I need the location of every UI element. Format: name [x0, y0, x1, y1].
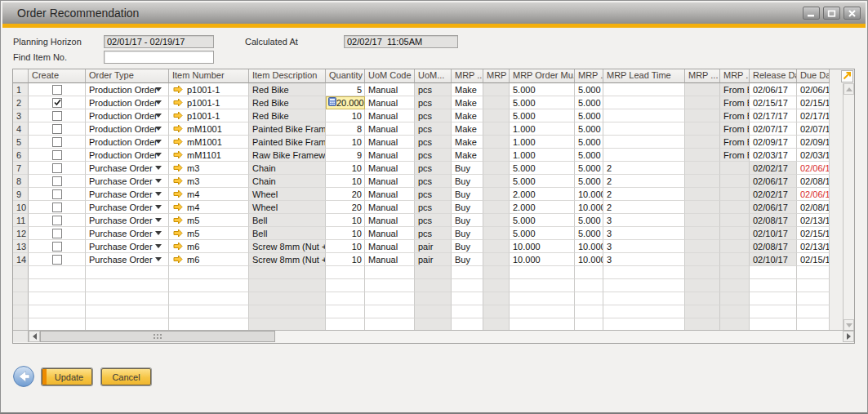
order_type-cell[interactable]: Purchase Order [86, 175, 169, 188]
row-number[interactable]: 10 [13, 201, 29, 214]
uom_code-cell[interactable]: Manual [365, 149, 415, 162]
back-button[interactable] [12, 365, 35, 388]
qty-cell[interactable]: 20 [326, 188, 365, 201]
uom_code-cell[interactable]: Manual [365, 188, 415, 201]
link-arrow-icon[interactable] [173, 176, 183, 188]
release-cell[interactable]: 02/15/17 [750, 96, 797, 109]
due-cell[interactable]: 02/13/17 [797, 214, 830, 227]
scroll-down-button[interactable] [844, 319, 854, 331]
item-cell[interactable]: mM1001 [169, 122, 249, 136]
qty-cell[interactable]: 5 [326, 83, 365, 96]
due-cell[interactable]: 02/09/17 [797, 136, 830, 149]
release-cell[interactable]: 02/09/17 [750, 136, 797, 149]
item-cell[interactable]: m5 [169, 227, 249, 240]
release-cell[interactable]: 02/17/17 [750, 109, 797, 122]
due-cell[interactable]: 02/06/17 [797, 162, 830, 175]
close-button[interactable] [844, 7, 861, 20]
dropdown-arrow-icon[interactable] [155, 257, 162, 261]
minimize-button[interactable] [803, 7, 820, 20]
create-checkbox[interactable] [52, 242, 62, 252]
row-number[interactable]: 5 [13, 136, 29, 149]
column-header-mrp4[interactable]: MRP ... [685, 69, 720, 83]
row-number[interactable]: 6 [13, 149, 29, 162]
link-arrow-icon[interactable] [173, 229, 183, 240]
dropdown-arrow-icon[interactable] [155, 153, 162, 157]
item-cell[interactable]: m6 [169, 240, 249, 253]
row-number[interactable]: 14 [13, 253, 29, 266]
create-checkbox[interactable] [52, 85, 62, 95]
row-number[interactable]: 4 [13, 122, 29, 136]
qty-cell[interactable]: 10 [326, 175, 365, 188]
scroll-right-button[interactable] [843, 331, 854, 342]
column-header-mrp2[interactable]: MRP ... [483, 69, 510, 83]
item-cell[interactable]: p1001-1 [169, 109, 249, 122]
qty-cell[interactable]: 8 [326, 122, 365, 136]
release-cell[interactable]: 02/06/17 [750, 83, 797, 96]
item-cell[interactable]: m3 [169, 175, 249, 188]
column-header-min_qty[interactable]: MRP ... [575, 69, 603, 83]
item-cell[interactable]: m3 [169, 162, 249, 175]
row-number[interactable]: 13 [13, 240, 29, 253]
dropdown-arrow-icon[interactable] [155, 192, 162, 196]
scrollbar-thumb[interactable] [40, 331, 275, 342]
due-cell[interactable]: 02/08/17 [797, 175, 830, 188]
release-cell[interactable]: 02/03/17 [750, 149, 797, 162]
scrollbar-track[interactable] [275, 331, 843, 343]
order_type-cell[interactable]: Production Order [86, 109, 169, 122]
link-arrow-icon[interactable] [173, 189, 183, 201]
create-checkbox[interactable] [52, 189, 62, 199]
due-cell[interactable]: 02/15/17 [797, 96, 830, 109]
dropdown-arrow-icon[interactable] [155, 114, 162, 118]
row-number[interactable]: 9 [13, 188, 29, 201]
create-checkbox[interactable] [52, 203, 62, 212]
dropdown-arrow-icon[interactable] [155, 140, 162, 144]
column-header-uom_code[interactable]: UoM Code [365, 69, 415, 83]
order_type-cell[interactable]: Purchase Order [86, 162, 169, 175]
release-cell[interactable]: 02/07/17 [750, 122, 797, 136]
order_type-cell[interactable]: Production Order [86, 96, 169, 109]
uom_code-cell[interactable]: Manual [365, 136, 415, 149]
item-cell[interactable]: m6 [169, 253, 249, 266]
order_type-cell[interactable]: Production Order [86, 136, 169, 149]
due-cell[interactable]: 02/06/17 [797, 188, 830, 201]
find-item-input[interactable] [104, 51, 214, 64]
column-header-item[interactable]: Item Number [169, 69, 249, 83]
create-checkbox[interactable] [52, 229, 62, 238]
column-header-uom_name[interactable]: UoM... [415, 69, 452, 83]
dropdown-arrow-icon[interactable] [155, 231, 162, 235]
item-cell[interactable]: m5 [169, 214, 249, 227]
scroll-up-button[interactable] [844, 83, 854, 95]
row-number[interactable]: 8 [13, 175, 29, 188]
vertical-scrollbar[interactable] [843, 83, 854, 331]
due-cell[interactable]: 02/03/17 [797, 149, 830, 162]
uom_code-cell[interactable]: Manual [365, 214, 415, 227]
uom_code-cell[interactable]: Manual [365, 83, 415, 96]
create-checkbox[interactable] [52, 124, 62, 134]
uom_code-cell[interactable]: Manual [365, 240, 415, 253]
order_type-cell[interactable]: Production Order [86, 83, 169, 96]
row-number[interactable]: 7 [13, 162, 29, 175]
due-cell[interactable]: 02/06/17 [797, 83, 830, 96]
column-header-desc[interactable]: Item Description [249, 69, 326, 83]
calculated-at-field[interactable] [344, 35, 458, 48]
row-number[interactable]: 11 [13, 214, 29, 227]
column-header-create[interactable]: Create [29, 69, 86, 83]
due-cell[interactable]: 02/08/17 [797, 201, 830, 214]
item-cell[interactable]: mM1001 [169, 136, 249, 149]
row-number[interactable]: 1 [13, 83, 29, 96]
row-number[interactable]: 12 [13, 227, 29, 240]
dropdown-arrow-icon[interactable] [155, 218, 162, 222]
column-header-release[interactable]: Release Date [750, 69, 797, 83]
dropdown-arrow-icon[interactable] [155, 205, 162, 209]
update-button[interactable]: Update [42, 368, 92, 385]
link-arrow-icon[interactable] [173, 111, 183, 122]
column-header-rownum[interactable] [13, 69, 29, 83]
link-arrow-icon[interactable] [173, 98, 183, 109]
column-header-lead_time[interactable]: MRP Lead Time [603, 69, 685, 83]
cancel-button[interactable]: Cancel [101, 368, 151, 385]
qty-cell[interactable]: 10 [326, 227, 365, 240]
create-checkbox[interactable] [52, 137, 62, 147]
column-header-order_type[interactable]: Order Type [86, 69, 169, 83]
link-arrow-icon[interactable] [173, 242, 183, 253]
item-cell[interactable]: m4 [169, 201, 249, 214]
